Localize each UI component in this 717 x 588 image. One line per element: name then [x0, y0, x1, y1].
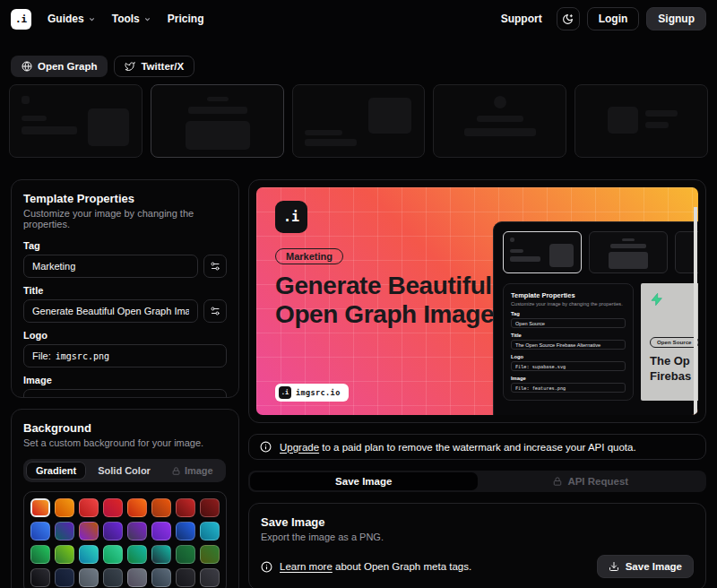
- file-name: imgsrc.png: [56, 396, 109, 399]
- gradient-swatch-9[interactable]: [30, 522, 50, 540]
- file-name: imgsrc.png: [56, 351, 109, 361]
- nested-image-label: Image: [511, 376, 626, 381]
- nav-label: Pricing: [168, 13, 204, 25]
- tab-api-request-label: API Request: [567, 476, 628, 487]
- sliders-icon: [210, 306, 220, 316]
- gradient-swatch-18[interactable]: [55, 545, 74, 564]
- gradient-swatch-25[interactable]: [30, 568, 50, 587]
- nav-item-pricing[interactable]: Pricing: [168, 13, 204, 25]
- supabase-bolt-icon: [650, 292, 664, 307]
- main-content: Template Properties Customize your image…: [0, 158, 717, 588]
- template-thumbnails: [0, 77, 717, 158]
- nav-item-guides[interactable]: Guides: [48, 13, 96, 25]
- gradient-swatch-21[interactable]: [127, 545, 147, 564]
- image-label: Image: [23, 375, 227, 385]
- nested-card-heading-line1: The Op: [650, 354, 698, 369]
- tab-solid-color[interactable]: Solid Color: [88, 462, 160, 480]
- gradient-swatch-11[interactable]: [79, 522, 99, 540]
- template-thumbnail-1[interactable]: [9, 84, 143, 158]
- signup-button[interactable]: Signup: [646, 7, 706, 30]
- gradient-swatch-1[interactable]: [30, 498, 50, 517]
- image-type-toggle: Open Graph Twitter/X: [0, 38, 717, 77]
- tab-save-image[interactable]: Save Image: [250, 472, 478, 490]
- login-button[interactable]: Login: [587, 7, 640, 30]
- tab-image-label: Image: [185, 465, 213, 476]
- thumbnail-shape: [609, 252, 648, 269]
- thumbnail-shape: [464, 128, 536, 136]
- screenshot-edge-strip: [694, 207, 697, 415]
- template-thumbnail-3[interactable]: [292, 84, 426, 158]
- gradient-swatch-26[interactable]: [55, 568, 74, 587]
- lock-icon: [172, 467, 180, 475]
- nested-title-input: The Open Source Firebase Alternative: [511, 340, 626, 350]
- template-thumbnail-2[interactable]: [151, 84, 284, 158]
- thumbnail-shape: [368, 98, 411, 134]
- gradient-swatch-16[interactable]: [200, 522, 220, 540]
- tab-gradient[interactable]: Gradient: [26, 462, 86, 480]
- open-graph-tab[interactable]: Open Graph: [11, 56, 108, 77]
- save-card-description: Export the image as a PNG.: [261, 532, 694, 542]
- gradient-swatch-3[interactable]: [79, 498, 99, 517]
- gradient-swatch-2[interactable]: [55, 498, 74, 517]
- twitter-tab[interactable]: Twitter/X: [114, 56, 194, 77]
- logo-file-input[interactable]: File: imgsrc.png: [23, 344, 227, 368]
- tag-input[interactable]: [23, 255, 198, 278]
- thumbnail-shape: [188, 107, 247, 114]
- template-thumbnail-5[interactable]: [574, 84, 708, 158]
- gradient-swatch-14[interactable]: [151, 522, 171, 540]
- gradient-swatch-4[interactable]: [103, 498, 123, 517]
- gradient-swatch-27[interactable]: [79, 568, 99, 587]
- moon-icon: [562, 13, 574, 25]
- gradient-swatch-container: [23, 491, 227, 588]
- og-tag-badge: Marketing: [275, 248, 343, 264]
- gradient-swatch-15[interactable]: [176, 522, 195, 540]
- image-preview-card: .i Marketing Generate Beautiful Open Gra…: [248, 179, 706, 423]
- gradient-swatch-13[interactable]: [127, 522, 147, 540]
- title-input[interactable]: [23, 299, 198, 323]
- title-options-button[interactable]: [203, 299, 227, 323]
- gradient-swatch-29[interactable]: [127, 568, 147, 587]
- gradient-swatch-5[interactable]: [127, 498, 147, 517]
- gradient-swatch-30[interactable]: [151, 568, 171, 587]
- gradient-swatch-7[interactable]: [176, 498, 195, 517]
- gradient-swatch-8[interactable]: [200, 498, 220, 517]
- gradient-swatch-10[interactable]: [55, 522, 74, 540]
- upgrade-link[interactable]: Upgrade: [280, 442, 319, 453]
- panel-title: Template Properties: [23, 192, 227, 205]
- save-image-card: Save Image Export the image as a PNG. Le…: [248, 503, 706, 588]
- gradient-swatch-17[interactable]: [30, 545, 50, 564]
- panel-description: Set a custom background for your image.: [23, 437, 227, 448]
- gradient-swatch-31[interactable]: [176, 568, 195, 587]
- gradient-swatch-24[interactable]: [200, 545, 220, 564]
- nested-image-input: File: features.png: [511, 383, 626, 393]
- app-logo[interactable]: .i: [11, 9, 31, 30]
- gradient-swatch-22[interactable]: [151, 545, 171, 564]
- title-label: Title: [23, 285, 227, 296]
- template-properties-panel: Template Properties Customize your image…: [11, 179, 239, 398]
- tab-image[interactable]: Image: [162, 462, 223, 480]
- nested-title-label: Title: [511, 333, 626, 338]
- nav-item-tools[interactable]: Tools: [112, 13, 151, 25]
- save-image-button[interactable]: Save Image: [597, 555, 694, 578]
- nested-panel-description: Customize your image by changing the pro…: [511, 301, 626, 307]
- nested-template-properties-panel: Template Properties Customize your image…: [503, 283, 634, 401]
- background-panel: Background Set a custom background for y…: [11, 409, 239, 588]
- image-file-input[interactable]: File: imgsrc.png: [23, 389, 227, 398]
- tag-label: Tag: [23, 240, 227, 251]
- info-icon: [260, 441, 272, 453]
- template-thumbnail-4[interactable]: [433, 84, 566, 158]
- gradient-swatch-32[interactable]: [200, 568, 220, 587]
- gradient-swatch-6[interactable]: [151, 498, 171, 517]
- gradient-swatch-28[interactable]: [103, 568, 123, 587]
- learn-more-rest: about Open Graph meta tags.: [333, 561, 471, 572]
- tab-api-request[interactable]: API Request: [478, 472, 705, 490]
- gradient-swatch-19[interactable]: [79, 545, 99, 564]
- tag-options-button[interactable]: [203, 255, 227, 278]
- learn-more-link[interactable]: Learn more: [280, 561, 333, 572]
- gradient-swatch-12[interactable]: [103, 522, 123, 540]
- gradient-swatch-20[interactable]: [103, 545, 123, 564]
- theme-toggle-button[interactable]: [557, 7, 580, 30]
- thumbnail-shape: [494, 96, 506, 108]
- gradient-swatch-23[interactable]: [176, 545, 195, 564]
- nav-item-support[interactable]: Support: [501, 13, 542, 25]
